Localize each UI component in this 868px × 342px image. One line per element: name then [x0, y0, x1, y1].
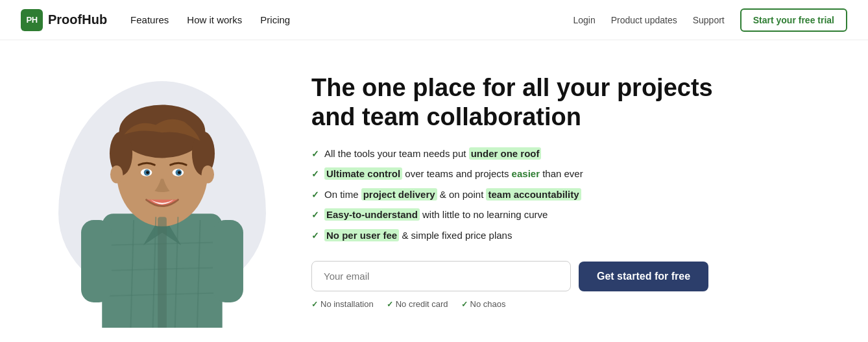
list-item: ✓ Ultimate control over teams and projec… — [311, 167, 714, 182]
support-link[interactable]: Support — [693, 15, 725, 25]
hero-person — [65, 55, 259, 328]
list-item: ✓ Easy-to-understand with little to no l… — [311, 208, 714, 223]
login-link[interactable]: Login — [573, 15, 595, 25]
hero-title: The one place for all your projects and … — [311, 73, 714, 132]
svg-point-12 — [178, 171, 181, 174]
svg-point-11 — [146, 171, 149, 174]
highlight: Ultimate control — [324, 167, 402, 180]
list-item: ✓ On time project delivery & on point te… — [311, 188, 714, 202]
highlight: Easy-to-understand — [324, 208, 420, 221]
highlight: project delivery — [361, 188, 437, 201]
svg-point-13 — [110, 165, 123, 183]
sub-feature-no-chaos: ✓ No chaos — [461, 299, 506, 309]
product-updates-link[interactable]: Product updates — [611, 15, 677, 25]
check-icon: ✓ — [311, 208, 319, 222]
nav-pricing[interactable]: Pricing — [260, 14, 290, 25]
check-icon: ✓ — [311, 147, 319, 161]
nav-features[interactable]: Features — [130, 14, 169, 25]
check-icon: ✓ — [311, 167, 319, 181]
cta-row: Get started for free — [311, 261, 714, 291]
svg-rect-24 — [158, 217, 167, 328]
get-started-button[interactable]: Get started for free — [579, 262, 708, 291]
nav-how-it-works[interactable]: How it works — [187, 14, 242, 25]
highlight: team accountability — [486, 188, 581, 201]
check-icon: ✓ — [311, 188, 319, 202]
feature-list: ✓ All the tools your team needs put unde… — [311, 147, 714, 243]
main-nav: Features How it works Pricing — [130, 14, 290, 25]
hero-content: The one place for all your projects and … — [285, 60, 753, 323]
svg-rect-23 — [213, 220, 243, 302]
check-icon: ✓ — [311, 229, 319, 243]
sub-feature-no-install: ✓ No installation — [311, 299, 374, 309]
svg-point-14 — [202, 165, 215, 183]
sub-features: ✓ No installation ✓ No credit card ✓ No … — [311, 299, 714, 309]
header: PH ProofHub Features How it works Pricin… — [0, 0, 868, 40]
start-trial-button[interactable]: Start your free trial — [740, 8, 847, 32]
sub-check-icon: ✓ — [311, 300, 318, 309]
list-item: ✓ All the tools your team needs put unde… — [311, 147, 714, 162]
sub-feature-no-cc: ✓ No credit card — [387, 299, 448, 309]
list-item: ✓ No per user fee & simple fixed price p… — [311, 228, 714, 243]
header-left: PH ProofHub Features How it works Pricin… — [21, 9, 290, 31]
highlight: under one roof — [469, 147, 542, 160]
hero-image-wrap — [39, 52, 285, 331]
logo-icon: PH — [21, 9, 43, 31]
header-right: Login Product updates Support Start your… — [573, 8, 847, 32]
main-content: The one place for all your projects and … — [0, 40, 868, 342]
person-svg — [65, 62, 259, 328]
svg-rect-22 — [81, 220, 112, 302]
email-input[interactable] — [311, 261, 571, 291]
logo[interactable]: PH ProofHub — [21, 9, 107, 31]
sub-check-icon: ✓ — [461, 300, 468, 309]
sub-check-icon: ✓ — [387, 300, 393, 309]
logo-name: ProofHub — [48, 12, 107, 27]
highlight: No per user fee — [324, 229, 399, 241]
